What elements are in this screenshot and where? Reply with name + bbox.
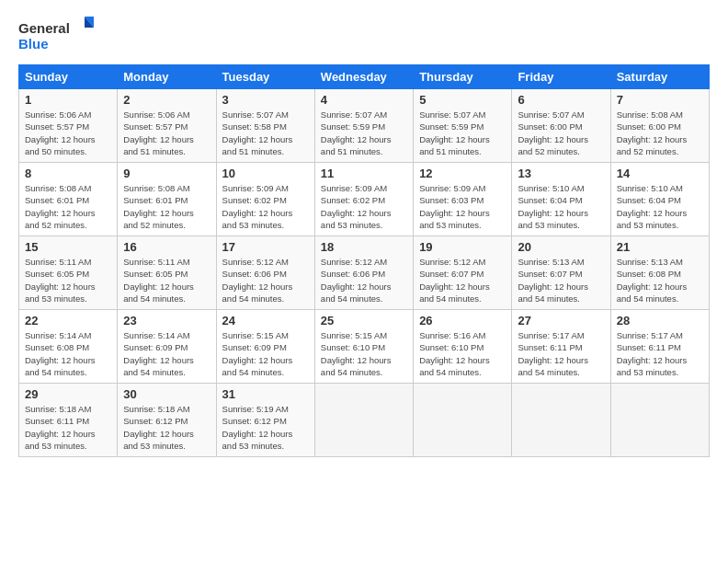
day-info: Sunrise: 5:12 AM Sunset: 6:07 PM Dayligh… xyxy=(419,256,506,304)
day-number: 16 xyxy=(123,240,210,254)
day-number: 31 xyxy=(222,387,309,401)
day-number: 14 xyxy=(617,167,703,180)
calendar-cell: 10Sunrise: 5:09 AM Sunset: 6:02 PM Dayli… xyxy=(216,163,314,236)
day-info: Sunrise: 5:18 AM Sunset: 6:11 PM Dayligh… xyxy=(25,403,111,452)
weekday-thursday: Thursday xyxy=(414,65,512,89)
calendar-cell: 25Sunrise: 5:15 AM Sunset: 6:10 PM Dayli… xyxy=(314,310,413,384)
day-number: 13 xyxy=(518,167,604,180)
calendar-cell: 5Sunrise: 5:07 AM Sunset: 5:59 PM Daylig… xyxy=(414,89,512,163)
day-info: Sunrise: 5:14 AM Sunset: 6:08 PM Dayligh… xyxy=(25,329,111,378)
day-info: Sunrise: 5:13 AM Sunset: 6:07 PM Dayligh… xyxy=(518,256,604,304)
calendar-cell: 11Sunrise: 5:09 AM Sunset: 6:02 PM Dayli… xyxy=(314,163,413,236)
calendar-cell: 22Sunrise: 5:14 AM Sunset: 6:08 PM Dayli… xyxy=(19,310,118,384)
calendar-cell: 15Sunrise: 5:11 AM Sunset: 6:05 PM Dayli… xyxy=(19,236,118,310)
calendar-week-3: 15Sunrise: 5:11 AM Sunset: 6:05 PM Dayli… xyxy=(19,236,710,310)
day-info: Sunrise: 5:15 AM Sunset: 6:09 PM Dayligh… xyxy=(222,329,309,378)
calendar-cell: 29Sunrise: 5:18 AM Sunset: 6:11 PM Dayli… xyxy=(19,384,118,457)
calendar-body: 1Sunrise: 5:06 AM Sunset: 5:57 PM Daylig… xyxy=(19,89,710,457)
calendar-cell: 31Sunrise: 5:19 AM Sunset: 6:12 PM Dayli… xyxy=(216,384,314,457)
calendar-week-1: 1Sunrise: 5:06 AM Sunset: 5:57 PM Daylig… xyxy=(19,89,710,163)
day-info: Sunrise: 5:08 AM Sunset: 6:01 PM Dayligh… xyxy=(123,182,210,231)
day-info: Sunrise: 5:18 AM Sunset: 6:12 PM Dayligh… xyxy=(123,403,210,452)
calendar-cell: 8Sunrise: 5:08 AM Sunset: 6:01 PM Daylig… xyxy=(19,163,118,236)
day-number: 28 xyxy=(617,314,703,327)
day-number: 22 xyxy=(25,314,111,327)
day-info: Sunrise: 5:09 AM Sunset: 6:02 PM Dayligh… xyxy=(321,182,407,231)
calendar-cell: 4Sunrise: 5:07 AM Sunset: 5:59 PM Daylig… xyxy=(314,89,413,163)
weekday-friday: Friday xyxy=(512,65,610,89)
logo-svg: GeneralBlue xyxy=(18,17,101,55)
calendar-cell: 9Sunrise: 5:08 AM Sunset: 6:01 PM Daylig… xyxy=(118,163,216,236)
calendar-cell: 26Sunrise: 5:16 AM Sunset: 6:10 PM Dayli… xyxy=(414,310,512,384)
day-number: 9 xyxy=(123,167,210,180)
calendar-cell: 1Sunrise: 5:06 AM Sunset: 5:57 PM Daylig… xyxy=(19,89,118,163)
day-info: Sunrise: 5:08 AM Sunset: 6:00 PM Dayligh… xyxy=(617,109,703,157)
calendar-week-2: 8Sunrise: 5:08 AM Sunset: 6:01 PM Daylig… xyxy=(19,163,710,236)
day-info: Sunrise: 5:07 AM Sunset: 6:00 PM Dayligh… xyxy=(518,109,604,157)
day-number: 7 xyxy=(617,93,703,107)
day-info: Sunrise: 5:09 AM Sunset: 6:02 PM Dayligh… xyxy=(222,182,309,231)
day-info: Sunrise: 5:13 AM Sunset: 6:08 PM Dayligh… xyxy=(617,256,703,304)
calendar-cell: 2Sunrise: 5:06 AM Sunset: 5:57 PM Daylig… xyxy=(118,89,216,163)
day-info: Sunrise: 5:17 AM Sunset: 6:11 PM Dayligh… xyxy=(518,329,604,378)
day-info: Sunrise: 5:15 AM Sunset: 6:10 PM Dayligh… xyxy=(321,329,407,378)
day-info: Sunrise: 5:09 AM Sunset: 6:03 PM Dayligh… xyxy=(419,182,506,231)
day-number: 5 xyxy=(419,93,506,107)
weekday-tuesday: Tuesday xyxy=(216,65,314,89)
day-info: Sunrise: 5:07 AM Sunset: 5:58 PM Dayligh… xyxy=(222,109,309,157)
day-info: Sunrise: 5:17 AM Sunset: 6:11 PM Dayligh… xyxy=(617,329,703,378)
day-info: Sunrise: 5:12 AM Sunset: 6:06 PM Dayligh… xyxy=(321,256,407,304)
day-number: 4 xyxy=(321,93,407,107)
weekday-header-row: SundayMondayTuesdayWednesdayThursdayFrid… xyxy=(19,65,710,89)
day-number: 26 xyxy=(419,314,506,327)
header: GeneralBlue xyxy=(18,17,710,55)
weekday-saturday: Saturday xyxy=(610,65,709,89)
calendar-cell: 28Sunrise: 5:17 AM Sunset: 6:11 PM Dayli… xyxy=(610,310,709,384)
day-number: 29 xyxy=(25,387,111,401)
calendar-cell: 20Sunrise: 5:13 AM Sunset: 6:07 PM Dayli… xyxy=(512,236,610,310)
day-info: Sunrise: 5:19 AM Sunset: 6:12 PM Dayligh… xyxy=(222,403,309,452)
weekday-sunday: Sunday xyxy=(19,65,118,89)
day-number: 8 xyxy=(25,167,111,180)
calendar-cell: 14Sunrise: 5:10 AM Sunset: 6:04 PM Dayli… xyxy=(610,163,709,236)
day-number: 3 xyxy=(222,93,309,107)
day-number: 21 xyxy=(617,240,703,254)
calendar-cell: 18Sunrise: 5:12 AM Sunset: 6:06 PM Dayli… xyxy=(314,236,413,310)
day-info: Sunrise: 5:10 AM Sunset: 6:04 PM Dayligh… xyxy=(518,182,604,231)
day-info: Sunrise: 5:06 AM Sunset: 5:57 PM Dayligh… xyxy=(123,109,210,157)
day-number: 25 xyxy=(321,314,407,327)
day-number: 17 xyxy=(222,240,309,254)
day-info: Sunrise: 5:07 AM Sunset: 5:59 PM Dayligh… xyxy=(419,109,506,157)
calendar-cell: 21Sunrise: 5:13 AM Sunset: 6:08 PM Dayli… xyxy=(610,236,709,310)
calendar-cell: 24Sunrise: 5:15 AM Sunset: 6:09 PM Dayli… xyxy=(216,310,314,384)
logo: GeneralBlue xyxy=(18,17,101,55)
calendar-header: SundayMondayTuesdayWednesdayThursdayFrid… xyxy=(19,65,710,89)
day-number: 27 xyxy=(518,314,604,327)
calendar-cell xyxy=(314,384,413,457)
calendar-week-4: 22Sunrise: 5:14 AM Sunset: 6:08 PM Dayli… xyxy=(19,310,710,384)
calendar-cell: 6Sunrise: 5:07 AM Sunset: 6:00 PM Daylig… xyxy=(512,89,610,163)
calendar-table: SundayMondayTuesdayWednesdayThursdayFrid… xyxy=(18,64,710,457)
day-number: 6 xyxy=(518,93,604,107)
day-info: Sunrise: 5:11 AM Sunset: 6:05 PM Dayligh… xyxy=(25,256,111,304)
day-info: Sunrise: 5:14 AM Sunset: 6:09 PM Dayligh… xyxy=(123,329,210,378)
calendar-cell xyxy=(414,384,512,457)
day-number: 30 xyxy=(123,387,210,401)
day-number: 10 xyxy=(222,167,309,180)
calendar-cell: 7Sunrise: 5:08 AM Sunset: 6:00 PM Daylig… xyxy=(610,89,709,163)
calendar-cell: 17Sunrise: 5:12 AM Sunset: 6:06 PM Dayli… xyxy=(216,236,314,310)
calendar-cell: 12Sunrise: 5:09 AM Sunset: 6:03 PM Dayli… xyxy=(414,163,512,236)
calendar-cell: 3Sunrise: 5:07 AM Sunset: 5:58 PM Daylig… xyxy=(216,89,314,163)
weekday-monday: Monday xyxy=(118,65,216,89)
calendar-cell xyxy=(610,384,709,457)
calendar-cell: 30Sunrise: 5:18 AM Sunset: 6:12 PM Dayli… xyxy=(118,384,216,457)
day-number: 15 xyxy=(25,240,111,254)
day-info: Sunrise: 5:07 AM Sunset: 5:59 PM Dayligh… xyxy=(321,109,407,157)
day-number: 1 xyxy=(25,93,111,107)
day-number: 12 xyxy=(419,167,506,180)
day-number: 11 xyxy=(321,167,407,180)
calendar-cell: 13Sunrise: 5:10 AM Sunset: 6:04 PM Dayli… xyxy=(512,163,610,236)
calendar-cell xyxy=(512,384,610,457)
day-info: Sunrise: 5:10 AM Sunset: 6:04 PM Dayligh… xyxy=(617,182,703,231)
calendar-cell: 19Sunrise: 5:12 AM Sunset: 6:07 PM Dayli… xyxy=(414,236,512,310)
